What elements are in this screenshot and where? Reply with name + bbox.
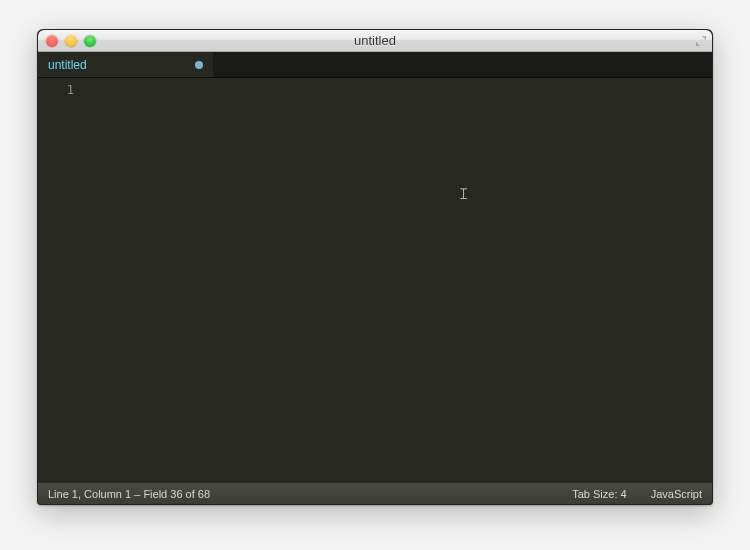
fullscreen-icon[interactable] (693, 33, 709, 49)
syntax-selector[interactable]: JavaScript (639, 488, 702, 500)
tab-bar: untitled (38, 52, 712, 78)
titlebar[interactable]: untitled (38, 30, 712, 52)
window-title: untitled (38, 33, 712, 48)
tab-untitled[interactable]: untitled (38, 52, 214, 77)
tab-size-selector[interactable]: Tab Size: 4 (560, 488, 638, 500)
app-window: untitled untitled 1 𝙸 Line 1, Column 1 –… (37, 29, 713, 505)
minimize-icon[interactable] (65, 35, 77, 47)
line-number: 1 (38, 82, 74, 98)
close-icon[interactable] (46, 35, 58, 47)
traffic-lights (46, 35, 96, 47)
tab-label: untitled (48, 58, 189, 72)
zoom-icon[interactable] (84, 35, 96, 47)
status-bar: Line 1, Column 1 – Field 36 of 68 Tab Si… (38, 482, 712, 504)
unsaved-indicator-icon (195, 61, 203, 69)
code-content[interactable]: 𝙸 (82, 78, 712, 482)
line-number-gutter: 1 (38, 78, 82, 482)
cursor-position-readout[interactable]: Line 1, Column 1 – Field 36 of 68 (48, 488, 222, 500)
text-cursor-icon: 𝙸 (458, 186, 469, 202)
editor-area[interactable]: 1 𝙸 (38, 78, 712, 482)
